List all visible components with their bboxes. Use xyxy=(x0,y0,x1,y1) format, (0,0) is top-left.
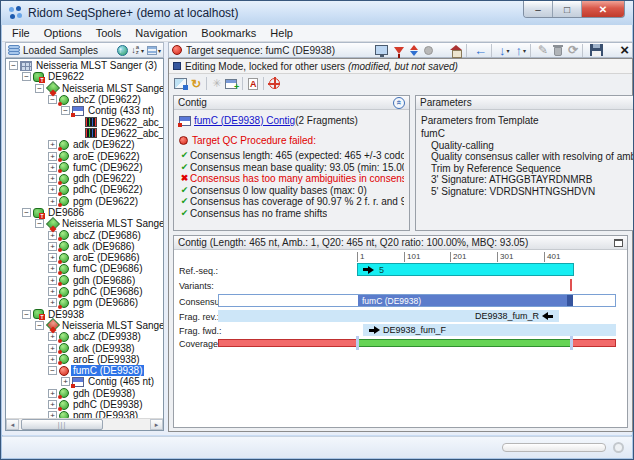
tree-item-label[interactable]: fumC (DE9938) xyxy=(71,365,144,376)
tree-item[interactable]: −DE9622 xyxy=(6,71,163,82)
tree-item-label[interactable]: pgm (DE9622) xyxy=(71,196,140,207)
tree-item[interactable]: −fumC (DE9938) xyxy=(6,365,163,376)
menu-options[interactable]: Options xyxy=(37,26,89,40)
tree-item-label[interactable]: Neisseria MLST Sanger (DE9938) xyxy=(60,320,163,331)
tree-expander[interactable]: + xyxy=(48,163,57,172)
antenna-icon[interactable] xyxy=(394,47,404,54)
tree-expander[interactable]: + xyxy=(48,287,57,296)
tree-item[interactable]: −Contig (433 nt) xyxy=(6,105,163,116)
tree-expander[interactable]: − xyxy=(9,61,18,70)
tree-item-label[interactable]: abcZ (DE9686) xyxy=(71,230,143,241)
tree-item[interactable]: +fumC (DE9686) xyxy=(6,263,163,274)
tree-expander[interactable]: + xyxy=(48,152,57,161)
tree-item-label[interactable]: Contig (465 nt) xyxy=(86,376,156,387)
tree-expander[interactable]: + xyxy=(48,197,57,206)
tree-item[interactable]: +aroE (DE9686) xyxy=(6,252,163,263)
add-fragments-icon[interactable] xyxy=(225,79,237,89)
tree-item[interactable]: −DE9938 xyxy=(6,309,163,320)
tree-item-label[interactable]: pgm (DE9686) xyxy=(71,297,140,308)
pdf-report-icon[interactable]: A xyxy=(248,78,258,90)
tree-item-label[interactable]: adk (DE9686) xyxy=(71,241,137,252)
tree-item[interactable]: −Neisseria MLST Sanger (DE9938) xyxy=(6,320,163,331)
tree-item-label[interactable]: fumC (DE9686) xyxy=(71,263,144,274)
tree-item[interactable]: +adk (DE9622) xyxy=(6,139,163,150)
tree-item[interactable]: DE9622_abc_F (4 xyxy=(6,128,163,139)
forward-fragment-bar[interactable]: DE9938_fum_F xyxy=(363,324,616,336)
tree-item[interactable]: −Neisseria MLST Sanger (DE9686) xyxy=(6,218,163,229)
tree-item-label[interactable]: pdhC (DE9938) xyxy=(71,399,144,410)
menu-help[interactable]: Help xyxy=(263,26,300,40)
reverse-fragment-bar[interactable]: DE9938_fum_R xyxy=(218,310,559,322)
tree-item[interactable]: +adk (DE9938) xyxy=(6,342,163,353)
tree-item[interactable]: +abcZ (DE9686) xyxy=(6,229,163,240)
menu-navigation[interactable]: Navigation xyxy=(128,26,194,40)
scroll-right-button[interactable]: ▸ xyxy=(150,419,163,430)
tree-item-label[interactable]: fumC (DE9622) xyxy=(71,162,144,173)
tree-item[interactable]: +pdhC (DE9686) xyxy=(6,286,163,297)
save-icon[interactable] xyxy=(590,44,603,56)
tree-item-label[interactable]: aroE (DE9622) xyxy=(71,151,142,162)
tree-item[interactable]: +abcZ (DE9938) xyxy=(6,331,163,342)
tree-item[interactable]: +pdhC (DE9622) xyxy=(6,184,163,195)
import-samples-icon[interactable]: ↑ xyxy=(117,45,128,56)
tree-item-label[interactable]: gdh (DE9938) xyxy=(71,388,137,399)
tree-expander[interactable]: − xyxy=(35,84,44,93)
crosshair-icon[interactable] xyxy=(269,78,280,89)
tree-expander[interactable]: − xyxy=(61,106,70,115)
tree-expander[interactable]: − xyxy=(22,208,31,217)
tree-expander[interactable]: − xyxy=(48,366,57,375)
tree-item-label[interactable]: pdhC (DE9686) xyxy=(71,286,144,297)
tree-item[interactable]: +pgm (DE9686) xyxy=(6,297,163,308)
tree-item-label[interactable]: gdh (DE9622) xyxy=(71,173,137,184)
consensus-bar[interactable]: fumC (DE9938) xyxy=(358,295,573,306)
tree-expander[interactable]: + xyxy=(48,400,57,409)
menu-tools[interactable]: Tools xyxy=(89,26,129,40)
tree-expander[interactable]: + xyxy=(48,242,57,251)
tree-item-label[interactable]: abcZ (DE9938) xyxy=(71,331,143,342)
tree-item[interactable]: +pdhC (DE9938) xyxy=(6,399,163,410)
tree-expander[interactable]: + xyxy=(48,355,57,364)
scroll-left-button[interactable]: ◂ xyxy=(6,419,19,430)
tree-item-label[interactable]: abcZ (DE9622) xyxy=(71,94,143,105)
tree-item-label[interactable]: pgm (DE9938) xyxy=(71,410,140,418)
variant-marker[interactable] xyxy=(570,279,572,291)
tree-expander[interactable]: − xyxy=(22,72,31,81)
tree-item-label[interactable]: DE9622_abc_F (4 xyxy=(99,128,163,139)
tree-item-label[interactable]: adk (DE9622) xyxy=(71,139,137,150)
export-view-icon[interactable] xyxy=(174,78,187,89)
home-icon[interactable] xyxy=(450,45,462,56)
minimize-button[interactable]: – xyxy=(524,1,553,17)
collapse-contig-panel-button[interactable]: « xyxy=(393,97,405,109)
tree-item[interactable]: +adk (DE9686) xyxy=(6,241,163,252)
scrollbar-thumb[interactable]: ||| xyxy=(21,419,103,430)
close-editor-icon[interactable]: × xyxy=(620,43,629,57)
tree-item-label[interactable]: pdhC (DE9622) xyxy=(71,184,144,195)
tree-item[interactable]: +pgm (DE9938) xyxy=(6,410,163,418)
submit-monitor-icon[interactable] xyxy=(375,45,388,55)
tree-expander[interactable]: + xyxy=(48,174,57,183)
tree-item[interactable]: −Neisseria MLST Sanger (3) xyxy=(6,60,163,71)
tree-item-label[interactable]: DE9622_abc_R (7 xyxy=(99,117,163,128)
tree-item[interactable]: −abcZ (DE9622) xyxy=(6,94,163,105)
next-target-button[interactable]: ↓▾ xyxy=(499,44,510,57)
tree-expander[interactable]: + xyxy=(48,298,57,307)
tree-item[interactable]: +Contig (465 nt) xyxy=(6,376,163,387)
maximize-button[interactable]: □ xyxy=(553,1,582,17)
tree-expander[interactable]: − xyxy=(22,310,31,319)
tree-item-label[interactable]: aroE (DE9938) xyxy=(71,354,142,365)
tree-item-label[interactable]: Neisseria MLST Sanger (DE9622) xyxy=(60,83,163,94)
close-button[interactable]: ✕ xyxy=(582,1,624,17)
title-bar[interactable]: Ridom SeqSphere+ (demo at localhost) – □… xyxy=(1,1,633,25)
tree-item[interactable]: +fumC (DE9622) xyxy=(6,162,163,173)
tree-item[interactable]: +pgm (DE9622) xyxy=(6,196,163,207)
tree-expander[interactable]: + xyxy=(48,389,57,398)
prev-target-button[interactable]: ↑▾ xyxy=(516,44,527,57)
tree-item-label[interactable]: Contig (433 nt) xyxy=(86,105,156,116)
tree-expander[interactable]: + xyxy=(48,276,57,285)
tree-expander[interactable]: + xyxy=(48,140,57,149)
contig-link[interactable]: fumC (DE9938) Contig xyxy=(194,115,295,126)
tree-expander[interactable]: − xyxy=(35,321,44,330)
tree-item[interactable]: −Neisseria MLST Sanger (DE9622) xyxy=(6,83,163,94)
tree-expander[interactable]: + xyxy=(48,344,57,353)
tree-item[interactable]: +aroE (DE9938) xyxy=(6,354,163,365)
